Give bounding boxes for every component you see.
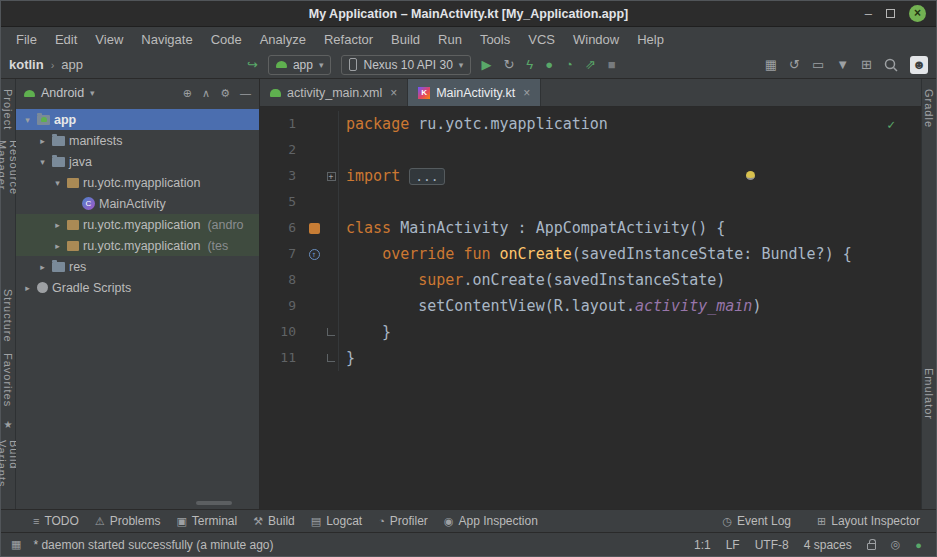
menu-file[interactable]: File [7,29,46,50]
run-button[interactable]: ▶ [481,58,491,71]
profile-button[interactable]: ◔ [565,58,573,71]
apply-code-changes-button[interactable]: ϟ [526,58,533,71]
fold-marker-icon[interactable] [324,345,339,371]
caret-position[interactable]: 1:1 [694,538,711,552]
chevron-right-icon[interactable]: ▸ [52,220,63,230]
toolwindow-button-todo[interactable]: ≡TODO [33,514,79,528]
tool-stripe-emulator[interactable]: Emulator [923,368,935,420]
code-line-6[interactable]: 6class MainActivity : AppCompatActivity(… [260,215,921,241]
apply-changes-button[interactable]: ↻ [503,58,514,71]
class-gutter-icon[interactable] [304,215,324,241]
code-line-10[interactable]: 10 } [260,319,921,345]
close-tab-icon[interactable]: × [523,86,530,100]
chevron-down-icon[interactable]: ▾ [52,178,63,188]
toolwindow-button-logcat[interactable]: ▤Logcat [311,514,362,528]
adb-status-icon[interactable]: ● [915,539,922,551]
toolwindow-button-event-log[interactable]: ◷Event Log [722,514,791,528]
toolwindow-button-layout-inspector[interactable]: ⊞Layout Inspector [817,514,920,528]
chevron-down-icon[interactable]: ▾ [22,115,33,125]
readonly-lock-icon[interactable] [867,543,876,550]
notifications-icon[interactable]: ◎ [891,538,901,551]
code-line-8[interactable]: 8 super.onCreate(savedInstanceState) [260,267,921,293]
tool-stripe-project[interactable]: Project [2,89,14,130]
search-icon[interactable] [884,58,898,72]
debug-button[interactable]: ● [545,58,553,71]
close-button[interactable]: × [909,5,926,22]
tree-item-mainactivity[interactable]: CMainActivity [16,193,259,214]
tree-item-ru-yotc-myapplication-tes[interactable]: ▸ru.yotc.myapplication(tes [16,235,259,256]
device-selector[interactable]: Nexus 10 API 30 ▾ [341,55,471,75]
menu-tools[interactable]: Tools [471,29,519,50]
chevron-right-icon[interactable]: ▸ [22,283,33,293]
chevron-right-icon[interactable]: ▸ [52,241,63,251]
device-manager-button[interactable]: ▦ [765,58,777,71]
project-view-selector[interactable]: Android [41,86,84,100]
tree-item-ru-yotc-myapplication-andro[interactable]: ▸ru.yotc.myapplication(andro [16,214,259,235]
layout-validation-button[interactable]: ⊞ [861,58,872,71]
attach-debugger-button[interactable]: ⇗ [585,58,596,71]
tree-item-res[interactable]: ▸res [16,256,259,277]
tab-activity-main-xml[interactable]: activity_main.xml× [260,79,408,106]
menu-edit[interactable]: Edit [46,29,86,50]
menu-run[interactable]: Run [429,29,471,50]
file-encoding[interactable]: UTF-8 [755,538,789,552]
toolwindow-button-build[interactable]: ⚒Build [253,514,295,528]
tree-item-ru-yotc-myapplication[interactable]: ▾ru.yotc.myapplication [16,172,259,193]
stop-button[interactable]: ■ [608,58,616,71]
tree-item-manifests[interactable]: ▸manifests [16,130,259,151]
chevron-down-icon[interactable]: ▾ [37,157,48,167]
settings-gear-icon[interactable]: ⚙ [220,87,230,100]
fold-marker-icon[interactable]: + [324,163,339,189]
toolwindow-button-terminal[interactable]: ▣Terminal [176,514,237,528]
menu-window[interactable]: Window [564,29,628,50]
tree-item-gradle-scripts[interactable]: ▸Gradle Scripts [16,277,259,298]
tab-mainactivity-kt[interactable]: KMainActivity.kt× [408,79,541,106]
toolwindow-button-app-inspection[interactable]: ◉App Inspection [444,514,538,528]
inspections-ok-icon[interactable]: ✓ [887,112,895,138]
menu-build[interactable]: Build [382,29,429,50]
intention-bulb-icon[interactable] [746,171,755,180]
breadcrumb-app[interactable]: app [61,57,83,72]
minimize-button[interactable]: – [865,7,872,20]
tree-item-java[interactable]: ▾java [16,151,259,172]
collapse-all-icon[interactable]: ∧ [202,87,210,100]
menu-analyze[interactable]: Analyze [251,29,315,50]
avd-manager-button[interactable]: ▭ [812,58,824,71]
tree-item-app[interactable]: ▾app [16,109,259,130]
close-tab-icon[interactable]: × [390,86,397,100]
code-line-2[interactable]: 2 [260,137,921,163]
menu-view[interactable]: View [86,29,132,50]
menu-help[interactable]: Help [628,29,673,50]
menu-navigate[interactable]: Navigate [132,29,201,50]
favorites-star-icon[interactable]: ★ [4,419,13,430]
code-line-1[interactable]: 1package ru.yotc.myapplication [260,111,921,137]
profile-avatar[interactable]: ☻ [910,56,928,74]
chevron-right-icon[interactable]: ▸ [37,262,48,272]
indent-setting[interactable]: 4 spaces [804,538,852,552]
forward-arrow-icon[interactable]: ↪ [247,58,258,71]
override-gutter-icon[interactable]: ↑ [304,241,324,267]
code-line-11[interactable]: 11} [260,345,921,371]
menu-vcs[interactable]: VCS [519,29,564,50]
tool-stripe-structure[interactable]: Structure [2,289,14,343]
chevron-right-icon[interactable]: ▸ [37,136,48,146]
code-line-3[interactable]: 3+import ... [260,163,921,189]
fold-marker-icon[interactable] [324,319,339,345]
tool-stripe-gradle[interactable]: Gradle [923,89,935,128]
toolwindow-button-problems[interactable]: ⚠Problems [95,514,161,528]
code-line-9[interactable]: 9 setContentView(R.layout.activity_main) [260,293,921,319]
menu-code[interactable]: Code [202,29,251,50]
breadcrumb-kotlin[interactable]: kotlin [9,57,44,72]
tool-stripe-favorites[interactable]: Favorites [2,353,14,407]
horizontal-scrollbar-thumb[interactable] [196,501,232,505]
sdk-manager-button[interactable]: ▼ [836,58,849,71]
menu-refactor[interactable]: Refactor [315,29,382,50]
sync-project-button[interactable]: ↺ [789,58,800,71]
hide-panel-icon[interactable]: ― [240,87,251,100]
toolwindow-toggle-icon[interactable]: ▦ [11,538,21,551]
restore-button[interactable] [886,7,895,20]
code-line-7[interactable]: 7↑ override fun onCreate(savedInstanceSt… [260,241,921,267]
code-line-5[interactable]: 5 [260,189,921,215]
locate-file-icon[interactable]: ⊕ [183,87,192,100]
code-editor[interactable]: 1package ru.yotc.myapplication23+import … [260,107,921,509]
